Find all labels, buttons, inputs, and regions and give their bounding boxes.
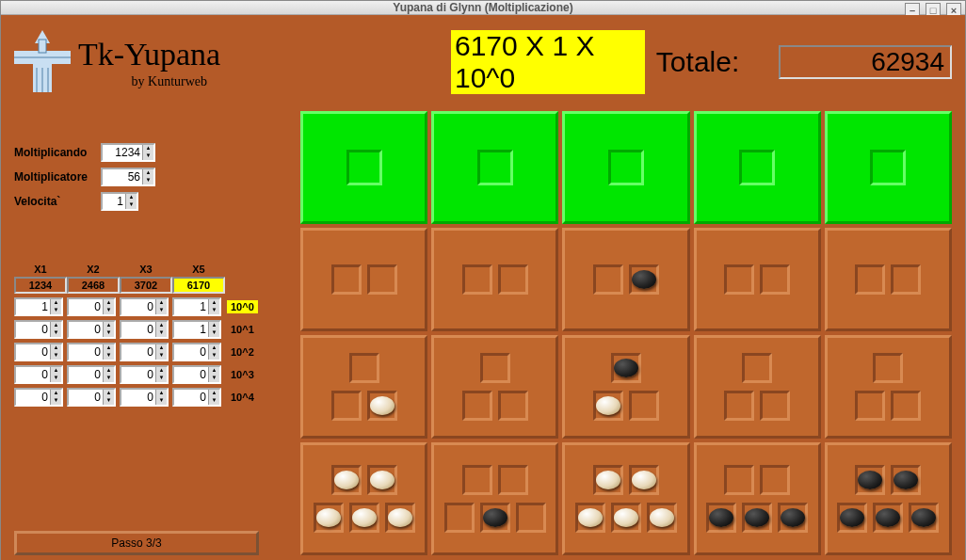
board-slot[interactable] xyxy=(760,264,790,295)
board-slot[interactable] xyxy=(444,503,475,533)
spin-down-icon[interactable]: ▼ xyxy=(208,375,219,382)
board-slot[interactable] xyxy=(498,391,528,421)
board-slot[interactable] xyxy=(873,353,903,383)
board-slot[interactable] xyxy=(760,465,790,495)
board-slot[interactable] xyxy=(462,391,492,421)
board-slot[interactable] xyxy=(891,391,921,421)
spin-down-icon[interactable]: ▼ xyxy=(208,329,219,337)
xgrid-spin[interactable]: ▲▼ xyxy=(120,297,169,316)
board-slot[interactable] xyxy=(629,465,659,495)
board-slot[interactable] xyxy=(870,150,906,185)
board-slot[interactable] xyxy=(647,503,677,533)
board-slot[interactable] xyxy=(891,264,921,295)
xgrid-spin[interactable]: ▲▼ xyxy=(172,343,221,361)
velocita-input[interactable]: ▲▼ xyxy=(101,192,138,211)
spin-up-icon[interactable]: ▲ xyxy=(155,390,167,397)
spin-down-icon[interactable]: ▼ xyxy=(208,352,219,360)
spin-down-icon[interactable]: ▼ xyxy=(50,397,61,405)
spin-down-icon[interactable]: ▼ xyxy=(50,307,61,314)
board-slot[interactable] xyxy=(477,150,513,185)
spin-down-icon[interactable]: ▼ xyxy=(155,329,167,337)
board-slot[interactable] xyxy=(742,353,772,383)
spin-down-icon[interactable]: ▼ xyxy=(142,177,153,184)
spin-down-icon[interactable]: ▼ xyxy=(103,307,114,314)
board-slot[interactable] xyxy=(575,503,605,533)
board-slot[interactable] xyxy=(724,391,754,421)
board-slot[interactable] xyxy=(855,391,885,421)
board-slot[interactable] xyxy=(706,503,736,533)
board-slot[interactable] xyxy=(331,465,362,495)
board-slot[interactable] xyxy=(516,503,546,533)
spin-down-icon[interactable]: ▼ xyxy=(50,375,61,382)
board-slot[interactable] xyxy=(346,150,382,185)
spin-up-icon[interactable]: ▲ xyxy=(50,299,61,307)
board-slot[interactable] xyxy=(593,391,623,421)
board-slot[interactable] xyxy=(462,465,492,495)
spin-up-icon[interactable]: ▲ xyxy=(142,169,153,177)
spin-up-icon[interactable]: ▲ xyxy=(50,344,61,352)
board-slot[interactable] xyxy=(314,503,344,533)
spin-down-icon[interactable]: ▼ xyxy=(208,397,219,405)
moltiplicatore-input[interactable]: ▲▼ xyxy=(101,168,155,186)
spin-down-icon[interactable]: ▼ xyxy=(103,375,114,382)
xgrid-spin[interactable]: ▲▼ xyxy=(67,343,116,361)
spin-down-icon[interactable]: ▼ xyxy=(208,307,219,314)
xgrid-spin[interactable]: ▲▼ xyxy=(14,320,63,339)
spin-up-icon[interactable]: ▲ xyxy=(103,344,114,352)
spin-down-icon[interactable]: ▼ xyxy=(125,201,137,209)
board-slot[interactable] xyxy=(367,391,397,421)
spin-up-icon[interactable]: ▲ xyxy=(103,367,114,375)
spin-up-icon[interactable]: ▲ xyxy=(142,145,153,152)
spin-up-icon[interactable]: ▲ xyxy=(103,299,114,307)
xgrid-spin[interactable]: ▲▼ xyxy=(120,388,169,407)
spin-down-icon[interactable]: ▼ xyxy=(155,307,167,314)
board-slot[interactable] xyxy=(611,353,641,383)
xgrid-spin[interactable]: ▲▼ xyxy=(67,320,116,339)
spin-up-icon[interactable]: ▲ xyxy=(155,299,167,307)
xgrid-spin[interactable]: ▲▼ xyxy=(120,320,169,339)
xgrid-spin[interactable]: ▲▼ xyxy=(172,320,221,339)
xgrid-spin[interactable]: ▲▼ xyxy=(14,343,63,361)
xgrid-spin[interactable]: ▲▼ xyxy=(67,365,116,384)
spin-down-icon[interactable]: ▼ xyxy=(103,329,114,337)
spin-up-icon[interactable]: ▲ xyxy=(103,322,114,329)
spin-up-icon[interactable]: ▲ xyxy=(125,194,137,201)
xgrid-spin[interactable]: ▲▼ xyxy=(14,388,63,407)
board-slot[interactable] xyxy=(349,353,379,383)
board-slot[interactable] xyxy=(724,465,754,495)
xgrid-spin[interactable]: ▲▼ xyxy=(14,297,63,316)
spin-down-icon[interactable]: ▼ xyxy=(50,329,61,337)
board-slot[interactable] xyxy=(611,503,641,533)
spin-up-icon[interactable]: ▲ xyxy=(103,390,114,397)
board-slot[interactable] xyxy=(873,503,903,533)
board-slot[interactable] xyxy=(629,264,659,295)
board-slot[interactable] xyxy=(739,150,775,185)
board-slot[interactable] xyxy=(855,264,885,295)
xgrid-spin[interactable]: ▲▼ xyxy=(67,297,116,316)
spin-up-icon[interactable]: ▲ xyxy=(208,322,219,329)
spin-down-icon[interactable]: ▼ xyxy=(155,375,167,382)
spin-up-icon[interactable]: ▲ xyxy=(155,322,167,329)
spin-up-icon[interactable]: ▲ xyxy=(208,367,219,375)
xgrid-spin[interactable]: ▲▼ xyxy=(120,343,169,361)
spin-up-icon[interactable]: ▲ xyxy=(155,344,167,352)
xgrid-spin[interactable]: ▲▼ xyxy=(172,388,221,407)
xgrid-spin[interactable]: ▲▼ xyxy=(172,365,221,384)
board-slot[interactable] xyxy=(367,264,397,295)
moltiplicando-input[interactable]: ▲▼ xyxy=(101,143,155,162)
board-slot[interactable] xyxy=(742,503,772,533)
board-slot[interactable] xyxy=(891,465,921,495)
spin-up-icon[interactable]: ▲ xyxy=(155,367,167,375)
spin-up-icon[interactable]: ▲ xyxy=(208,344,219,352)
board-slot[interactable] xyxy=(855,465,885,495)
board-slot[interactable] xyxy=(331,391,362,421)
xgrid-spin[interactable]: ▲▼ xyxy=(67,388,116,407)
board-slot[interactable] xyxy=(349,503,379,533)
board-slot[interactable] xyxy=(480,503,510,533)
xgrid-spin[interactable]: ▲▼ xyxy=(14,365,63,384)
board-slot[interactable] xyxy=(462,264,492,295)
spin-down-icon[interactable]: ▼ xyxy=(155,397,167,405)
spin-up-icon[interactable]: ▲ xyxy=(208,390,219,397)
xgrid-spin[interactable]: ▲▼ xyxy=(120,365,169,384)
spin-down-icon[interactable]: ▼ xyxy=(103,397,114,405)
